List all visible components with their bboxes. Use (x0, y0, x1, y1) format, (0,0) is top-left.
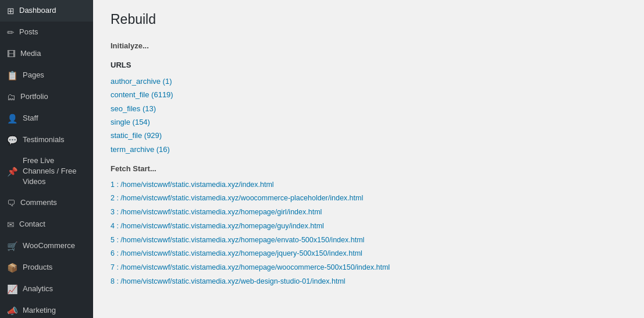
sidebar-item-label-staff: Staff (23, 113, 86, 123)
media-icon: 🎞 (7, 48, 16, 60)
woocommerce-icon: 🛒 (7, 240, 18, 252)
sidebar-item-label-media: Media (20, 48, 86, 59)
sidebar: ⊞Dashboard✏Posts🎞Media📋Pages🗂Portfolio👤S… (0, 0, 93, 318)
urls-label: URLS (111, 58, 627, 72)
sidebar-item-comments[interactable]: 🗨Comments (0, 192, 93, 214)
file-link[interactable]: 2 : /home/vistcwwf/static.vistamedia.xyz… (111, 192, 627, 206)
main-content: Rebuild Initialyze... URLS author_archiv… (93, 0, 644, 318)
marketing-icon: 📣 (7, 305, 18, 317)
file-link[interactable]: 7 : /home/vistcwwf/static.vistamedia.xyz… (111, 261, 627, 275)
sidebar-item-contact[interactable]: ✉Contact (0, 214, 93, 235)
page-title: Rebuild (111, 12, 627, 27)
url-item[interactable]: term_archive (16) (111, 143, 627, 156)
sidebar-item-posts[interactable]: ✏Posts (0, 22, 93, 43)
dashboard-icon: ⊞ (7, 5, 15, 17)
sidebar-item-label-contact: Contact (19, 219, 86, 229)
sidebar-item-products[interactable]: 📦Products (0, 257, 93, 278)
contact-icon: ✉ (7, 218, 15, 231)
sidebar-item-free-live-channels[interactable]: 📌Free Live Channels / Free Videos (0, 151, 93, 192)
sidebar-item-label-pages: Pages (23, 70, 86, 80)
content-area: Initialyze... URLS author_archive (1)con… (111, 39, 627, 289)
file-link[interactable]: 5 : /home/vistcwwf/static.vistamedia.xyz… (111, 234, 627, 248)
comments-icon: 🗨 (7, 197, 16, 209)
sidebar-item-label-woocommerce: WooCommerce (23, 241, 86, 251)
sidebar-item-dashboard[interactable]: ⊞Dashboard (0, 0, 93, 22)
testimonials-icon: 💬 (7, 134, 18, 146)
file-link[interactable]: 1 : /home/vistcwwf/static.vistamedia.xyz… (111, 178, 627, 192)
file-link[interactable]: 3 : /home/vistcwwf/static.vistamedia.xyz… (111, 206, 627, 220)
file-list: 1 : /home/vistcwwf/static.vistamedia.xyz… (111, 178, 627, 289)
sidebar-item-label-products: Products (23, 262, 86, 273)
staff-icon: 👤 (7, 112, 18, 125)
url-item[interactable]: author_archive (1) (111, 75, 627, 88)
free-live-channels-icon: 📌 (7, 165, 18, 178)
sidebar-item-testimonials[interactable]: 💬Testimonials (0, 129, 93, 151)
sidebar-item-pages[interactable]: 📋Pages (0, 65, 93, 86)
url-list: author_archive (1)content_file (6119)seo… (111, 75, 627, 156)
sidebar-item-media[interactable]: 🎞Media (0, 43, 93, 65)
file-link[interactable]: 8 : /home/vistcwwf/static.vistamedia.xyz… (111, 275, 627, 289)
sidebar-item-label-marketing: Marketing (23, 305, 86, 316)
file-link[interactable]: 6 : /home/vistcwwf/static.vistamedia.xyz… (111, 247, 627, 261)
file-link[interactable]: 4 : /home/vistcwwf/static.vistamedia.xyz… (111, 220, 627, 234)
sidebar-item-label-testimonials: Testimonials (23, 135, 86, 145)
url-item[interactable]: single (154) (111, 115, 627, 129)
sidebar-item-marketing[interactable]: 📣Marketing (0, 300, 93, 318)
sidebar-item-label-comments: Comments (20, 197, 86, 208)
sidebar-item-portfolio[interactable]: 🗂Portfolio (0, 86, 93, 108)
url-item[interactable]: content_file (6119) (111, 88, 627, 101)
fetch-start-text: Fetch Start... (111, 162, 627, 175)
analytics-icon: 📈 (7, 283, 18, 295)
initialize-text: Initialyze... (111, 39, 627, 52)
sidebar-item-label-free-live-channels: Free Live Channels / Free Videos (23, 156, 86, 188)
url-item[interactable]: seo_files (13) (111, 102, 627, 115)
sidebar-item-label-posts: Posts (19, 27, 86, 37)
sidebar-item-woocommerce[interactable]: 🛒WooCommerce (0, 235, 93, 257)
sidebar-item-label-portfolio: Portfolio (20, 91, 86, 102)
pages-icon: 📋 (7, 69, 18, 82)
portfolio-icon: 🗂 (7, 91, 16, 103)
sidebar-item-label-dashboard: Dashboard (19, 5, 86, 16)
url-item[interactable]: static_file (929) (111, 129, 627, 142)
products-icon: 📦 (7, 262, 18, 274)
sidebar-item-staff[interactable]: 👤Staff (0, 108, 93, 129)
posts-icon: ✏ (7, 26, 15, 38)
sidebar-item-label-analytics: Analytics (23, 284, 86, 294)
sidebar-item-analytics[interactable]: 📈Analytics (0, 278, 93, 300)
